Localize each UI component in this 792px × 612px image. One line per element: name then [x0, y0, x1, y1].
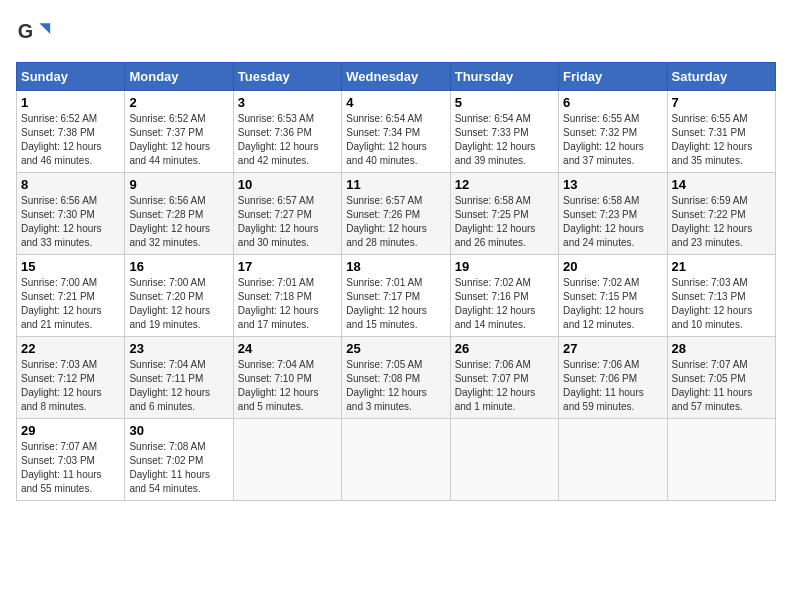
day-info: Sunrise: 7:00 AM Sunset: 7:20 PM Dayligh… — [129, 276, 228, 332]
day-info: Sunrise: 6:58 AM Sunset: 7:25 PM Dayligh… — [455, 194, 554, 250]
calendar-week: 15 Sunrise: 7:00 AM Sunset: 7:21 PM Dayl… — [17, 255, 776, 337]
day-info: Sunrise: 7:02 AM Sunset: 7:15 PM Dayligh… — [563, 276, 662, 332]
day-number: 13 — [563, 177, 662, 192]
calendar-day: 10 Sunrise: 6:57 AM Sunset: 7:27 PM Dayl… — [233, 173, 341, 255]
day-info: Sunrise: 7:04 AM Sunset: 7:10 PM Dayligh… — [238, 358, 337, 414]
day-number: 5 — [455, 95, 554, 110]
day-info: Sunrise: 6:53 AM Sunset: 7:36 PM Dayligh… — [238, 112, 337, 168]
weekday-header: Tuesday — [233, 63, 341, 91]
day-info: Sunrise: 6:56 AM Sunset: 7:30 PM Dayligh… — [21, 194, 120, 250]
calendar-day: 13 Sunrise: 6:58 AM Sunset: 7:23 PM Dayl… — [559, 173, 667, 255]
day-info: Sunrise: 7:07 AM Sunset: 7:03 PM Dayligh… — [21, 440, 120, 496]
day-info: Sunrise: 7:03 AM Sunset: 7:13 PM Dayligh… — [672, 276, 771, 332]
calendar-day: 24 Sunrise: 7:04 AM Sunset: 7:10 PM Dayl… — [233, 337, 341, 419]
day-info: Sunrise: 6:57 AM Sunset: 7:27 PM Dayligh… — [238, 194, 337, 250]
day-number: 25 — [346, 341, 445, 356]
day-number: 1 — [21, 95, 120, 110]
day-info: Sunrise: 7:01 AM Sunset: 7:18 PM Dayligh… — [238, 276, 337, 332]
calendar-day: 28 Sunrise: 7:07 AM Sunset: 7:05 PM Dayl… — [667, 337, 775, 419]
day-info: Sunrise: 7:08 AM Sunset: 7:02 PM Dayligh… — [129, 440, 228, 496]
day-number: 2 — [129, 95, 228, 110]
calendar-day — [450, 419, 558, 501]
calendar-day: 5 Sunrise: 6:54 AM Sunset: 7:33 PM Dayli… — [450, 91, 558, 173]
calendar-day: 8 Sunrise: 6:56 AM Sunset: 7:30 PM Dayli… — [17, 173, 125, 255]
weekday-header: Sunday — [17, 63, 125, 91]
calendar-day: 20 Sunrise: 7:02 AM Sunset: 7:15 PM Dayl… — [559, 255, 667, 337]
calendar-week: 22 Sunrise: 7:03 AM Sunset: 7:12 PM Dayl… — [17, 337, 776, 419]
day-number: 30 — [129, 423, 228, 438]
day-number: 20 — [563, 259, 662, 274]
day-number: 7 — [672, 95, 771, 110]
calendar-day: 7 Sunrise: 6:55 AM Sunset: 7:31 PM Dayli… — [667, 91, 775, 173]
calendar-day: 26 Sunrise: 7:06 AM Sunset: 7:07 PM Dayl… — [450, 337, 558, 419]
weekday-header: Wednesday — [342, 63, 450, 91]
day-info: Sunrise: 6:58 AM Sunset: 7:23 PM Dayligh… — [563, 194, 662, 250]
day-number: 19 — [455, 259, 554, 274]
day-number: 9 — [129, 177, 228, 192]
logo-icon: G — [16, 16, 52, 52]
calendar-day: 2 Sunrise: 6:52 AM Sunset: 7:37 PM Dayli… — [125, 91, 233, 173]
calendar-day: 22 Sunrise: 7:03 AM Sunset: 7:12 PM Dayl… — [17, 337, 125, 419]
day-number: 29 — [21, 423, 120, 438]
day-number: 10 — [238, 177, 337, 192]
day-info: Sunrise: 7:04 AM Sunset: 7:11 PM Dayligh… — [129, 358, 228, 414]
day-number: 23 — [129, 341, 228, 356]
day-info: Sunrise: 7:01 AM Sunset: 7:17 PM Dayligh… — [346, 276, 445, 332]
weekday-header: Saturday — [667, 63, 775, 91]
calendar-table: SundayMondayTuesdayWednesdayThursdayFrid… — [16, 62, 776, 501]
weekday-header: Thursday — [450, 63, 558, 91]
day-number: 26 — [455, 341, 554, 356]
day-info: Sunrise: 6:57 AM Sunset: 7:26 PM Dayligh… — [346, 194, 445, 250]
calendar-day: 14 Sunrise: 6:59 AM Sunset: 7:22 PM Dayl… — [667, 173, 775, 255]
calendar-week: 29 Sunrise: 7:07 AM Sunset: 7:03 PM Dayl… — [17, 419, 776, 501]
calendar-day — [667, 419, 775, 501]
calendar-day: 3 Sunrise: 6:53 AM Sunset: 7:36 PM Dayli… — [233, 91, 341, 173]
day-number: 6 — [563, 95, 662, 110]
day-number: 17 — [238, 259, 337, 274]
day-info: Sunrise: 7:06 AM Sunset: 7:06 PM Dayligh… — [563, 358, 662, 414]
day-info: Sunrise: 6:59 AM Sunset: 7:22 PM Dayligh… — [672, 194, 771, 250]
calendar-day — [233, 419, 341, 501]
svg-marker-1 — [39, 23, 50, 34]
svg-text:G: G — [18, 20, 33, 42]
day-number: 16 — [129, 259, 228, 274]
day-number: 27 — [563, 341, 662, 356]
weekday-header: Monday — [125, 63, 233, 91]
calendar-day: 9 Sunrise: 6:56 AM Sunset: 7:28 PM Dayli… — [125, 173, 233, 255]
day-info: Sunrise: 6:55 AM Sunset: 7:31 PM Dayligh… — [672, 112, 771, 168]
day-info: Sunrise: 6:55 AM Sunset: 7:32 PM Dayligh… — [563, 112, 662, 168]
day-number: 24 — [238, 341, 337, 356]
day-info: Sunrise: 7:05 AM Sunset: 7:08 PM Dayligh… — [346, 358, 445, 414]
day-info: Sunrise: 7:02 AM Sunset: 7:16 PM Dayligh… — [455, 276, 554, 332]
calendar-day: 29 Sunrise: 7:07 AM Sunset: 7:03 PM Dayl… — [17, 419, 125, 501]
day-number: 15 — [21, 259, 120, 274]
calendar-day: 6 Sunrise: 6:55 AM Sunset: 7:32 PM Dayli… — [559, 91, 667, 173]
weekday-header: Friday — [559, 63, 667, 91]
day-info: Sunrise: 7:00 AM Sunset: 7:21 PM Dayligh… — [21, 276, 120, 332]
day-info: Sunrise: 6:52 AM Sunset: 7:38 PM Dayligh… — [21, 112, 120, 168]
calendar-day: 23 Sunrise: 7:04 AM Sunset: 7:11 PM Dayl… — [125, 337, 233, 419]
day-number: 18 — [346, 259, 445, 274]
calendar-day: 19 Sunrise: 7:02 AM Sunset: 7:16 PM Dayl… — [450, 255, 558, 337]
day-number: 12 — [455, 177, 554, 192]
day-number: 14 — [672, 177, 771, 192]
day-info: Sunrise: 7:06 AM Sunset: 7:07 PM Dayligh… — [455, 358, 554, 414]
day-number: 11 — [346, 177, 445, 192]
day-number: 22 — [21, 341, 120, 356]
calendar-day: 27 Sunrise: 7:06 AM Sunset: 7:06 PM Dayl… — [559, 337, 667, 419]
calendar-day: 12 Sunrise: 6:58 AM Sunset: 7:25 PM Dayl… — [450, 173, 558, 255]
day-number: 4 — [346, 95, 445, 110]
day-number: 21 — [672, 259, 771, 274]
calendar-day: 15 Sunrise: 7:00 AM Sunset: 7:21 PM Dayl… — [17, 255, 125, 337]
calendar-day: 21 Sunrise: 7:03 AM Sunset: 7:13 PM Dayl… — [667, 255, 775, 337]
calendar-day — [559, 419, 667, 501]
calendar-day: 4 Sunrise: 6:54 AM Sunset: 7:34 PM Dayli… — [342, 91, 450, 173]
calendar-day: 1 Sunrise: 6:52 AM Sunset: 7:38 PM Dayli… — [17, 91, 125, 173]
calendar-week: 1 Sunrise: 6:52 AM Sunset: 7:38 PM Dayli… — [17, 91, 776, 173]
header: G — [16, 16, 776, 52]
calendar-header: SundayMondayTuesdayWednesdayThursdayFrid… — [17, 63, 776, 91]
calendar-day — [342, 419, 450, 501]
day-number: 8 — [21, 177, 120, 192]
day-number: 28 — [672, 341, 771, 356]
day-info: Sunrise: 6:56 AM Sunset: 7:28 PM Dayligh… — [129, 194, 228, 250]
